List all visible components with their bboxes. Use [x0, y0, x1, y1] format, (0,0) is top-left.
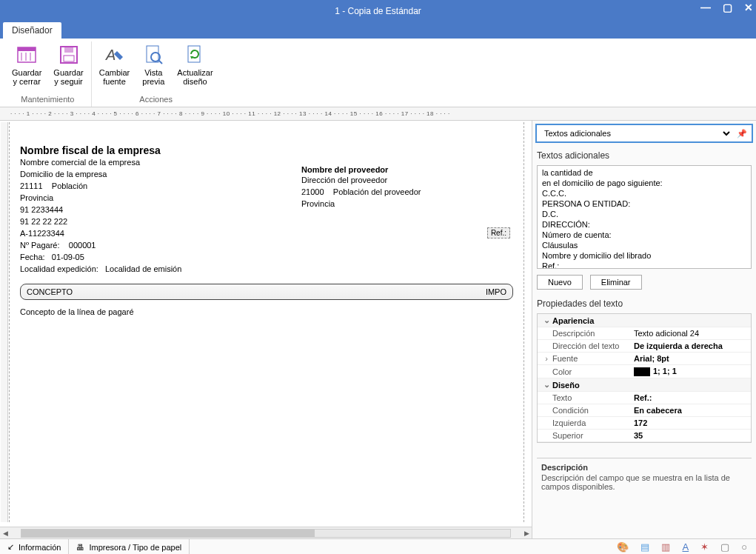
field-postal[interactable]: 21111 [20, 181, 43, 190]
column-guides [29, 353, 515, 509]
prop-val[interactable]: Arial; 8pt [634, 354, 748, 363]
refresh-design-button[interactable]: Actualizar diseño [174, 41, 215, 87]
maximize-button[interactable]: ▢ [723, 1, 732, 13]
save-close-button[interactable]: Guardar y cerrar [9, 41, 44, 87]
field-pagare-num[interactable]: 000001 [69, 241, 96, 250]
minimize-button[interactable]: — [700, 1, 711, 13]
prop-key: Dirección del texto [552, 341, 634, 350]
prop-group-appearance: Apariencia [552, 316, 594, 325]
collapse-icon[interactable]: ⌄ [541, 316, 552, 325]
prop-val[interactable]: Ref.: [634, 393, 748, 402]
title-bar: 1 - Copia de Estándar — ▢ ✕ [0, 0, 756, 21]
field-company-address[interactable]: Domicilio de la empresa [20, 168, 301, 180]
field-date-label[interactable]: Fecha: [20, 253, 45, 261]
prop-key: Fuente [552, 354, 634, 363]
property-description: Descripción Descripción del campo que se… [537, 458, 752, 495]
list-item[interactable]: C.C.C. [539, 188, 749, 198]
list-item[interactable]: Ref.: [539, 261, 749, 269]
field-supplier-addr[interactable]: Dirección del proveedor [301, 174, 421, 186]
layers-icon[interactable]: ▤ [640, 541, 649, 553]
preview-button[interactable]: Vista previa [138, 41, 168, 87]
sheet-icon[interactable]: ▥ [661, 541, 670, 553]
prop-key: Descripción [552, 329, 634, 338]
remove-asterisk-icon[interactable]: ✶ [700, 541, 709, 553]
field-tax-id[interactable]: A-11223344 [20, 227, 301, 239]
prop-val[interactable]: 1; 1; 1 [634, 367, 748, 376]
scroll-right-icon[interactable]: ▶ [521, 530, 532, 537]
scroll-thumb[interactable] [21, 530, 315, 537]
prop-val[interactable]: 172 [634, 418, 748, 427]
prop-key: Color [552, 367, 634, 376]
table-header[interactable]: CONCEPTO IMPO [20, 284, 513, 300]
underline-icon[interactable]: A [682, 541, 689, 553]
save-continue-button[interactable]: Guardar y seguir [50, 41, 86, 87]
svg-text:A: A [105, 47, 116, 63]
svg-line-11 [158, 60, 162, 64]
list-item[interactable]: Número de cuenta: [539, 230, 749, 240]
field-supplier-province[interactable]: Provincia [301, 198, 421, 210]
field-supplier-name[interactable]: Nombre del proveedor [301, 165, 421, 174]
prop-val[interactable]: En cabecera [634, 406, 748, 415]
ribbon-toolbar: Guardar y cerrar Guardar y seguir Manten… [0, 39, 756, 107]
svg-rect-7 [64, 56, 74, 61]
field-company-fiscal[interactable]: Nombre fiscal de la empresa [20, 144, 513, 156]
field-town[interactable]: Población [52, 181, 87, 190]
list-item[interactable]: en el domicilio de pago siguiente: [539, 178, 749, 188]
group-label-actions: Acciones [139, 93, 173, 107]
property-grid[interactable]: ⌄Apariencia DescripciónTexto adicional 2… [537, 313, 752, 443]
field-pagare-label[interactable]: Nº Pagaré: [20, 241, 60, 250]
collapse-icon[interactable]: ⌄ [541, 380, 552, 390]
printer-icon: 🖶 [76, 543, 84, 552]
palette-icon[interactable]: 🎨 [617, 541, 629, 553]
prop-val[interactable]: De izquierda a derecha [634, 341, 748, 350]
circle-icon[interactable]: ○ [741, 541, 747, 553]
desc-title: Descripción [541, 463, 747, 472]
list-item[interactable]: D.C. [539, 209, 749, 219]
field-concepto-line[interactable]: Concepto de la línea de pagaré [20, 307, 513, 316]
list-item[interactable]: Nombre y domicilio del librado [539, 250, 749, 261]
field-company-commercial[interactable]: Nombre comercial de la empresa [20, 156, 301, 168]
additional-texts-list[interactable]: la cantidad de en el domicilio de pago s… [537, 165, 752, 269]
window-title: 1 - Copia de Estándar [335, 6, 421, 16]
panel-selector[interactable]: Textos adicionales [541, 128, 732, 138]
field-province[interactable]: Provincia [20, 192, 301, 204]
horizontal-scrollbar[interactable]: ◀ ▶ [0, 527, 532, 538]
field-loc-exp-val[interactable]: Localidad de emisión [105, 264, 181, 273]
new-button[interactable]: Nuevo [537, 275, 583, 290]
field-date-val[interactable]: 01-09-05 [52, 253, 84, 261]
list-item[interactable]: Cláusulas [539, 240, 749, 250]
col-importe: IMPO [486, 287, 506, 296]
field-supplier-town[interactable]: Población del proveedor [333, 187, 421, 196]
square-icon[interactable]: ▢ [720, 541, 729, 553]
field-loc-exp-label[interactable]: Localidad expedición: [20, 264, 98, 273]
prop-key: Condición [552, 406, 634, 415]
desc-body: Descripción del campo que se muestra en … [541, 473, 730, 491]
field-phone1[interactable]: 91 2233444 [20, 204, 301, 216]
section-title-texts: Textos adicionales [537, 150, 752, 161]
prop-val[interactable]: 35 [634, 431, 748, 440]
prop-val[interactable]: Texto adicional 24 [634, 329, 748, 338]
side-panel: Textos adicionales 📌 Textos adicionales … [532, 121, 756, 538]
pin-icon[interactable]: 📌 [737, 129, 747, 138]
close-button[interactable]: ✕ [744, 1, 753, 13]
list-item[interactable]: DIRECCIÓN: [539, 219, 749, 230]
delete-button[interactable]: Eliminar [590, 275, 642, 290]
field-phone2[interactable]: 91 22 22 222 [20, 216, 301, 227]
prop-key: Izquierda [552, 418, 634, 427]
design-surface[interactable]: Nombre fiscal de la empresa Nombre comer… [0, 121, 532, 538]
list-item[interactable]: la cantidad de [539, 167, 749, 178]
color-swatch [634, 367, 650, 376]
field-supplier-postal[interactable]: 21000 [301, 187, 324, 196]
group-label-maintenance: Mantenimiento [21, 93, 74, 107]
status-info-button[interactable]: ↙ Información [0, 539, 69, 554]
floppy-icon [57, 43, 81, 67]
info-icon: ↙ [7, 542, 14, 552]
field-ref-selected[interactable]: Ref.: [487, 227, 510, 238]
expand-icon[interactable]: › [541, 354, 552, 363]
prop-key: Texto [552, 393, 634, 402]
change-font-button[interactable]: A Cambiar fuente [96, 41, 133, 87]
list-item[interactable]: PERSONA O ENTIDAD: [539, 198, 749, 209]
scroll-left-icon[interactable]: ◀ [0, 530, 10, 537]
tab-designer[interactable]: Diseñador [3, 22, 61, 39]
status-printer-button[interactable]: 🖶 Impresora / Tipo de papel [69, 539, 190, 554]
